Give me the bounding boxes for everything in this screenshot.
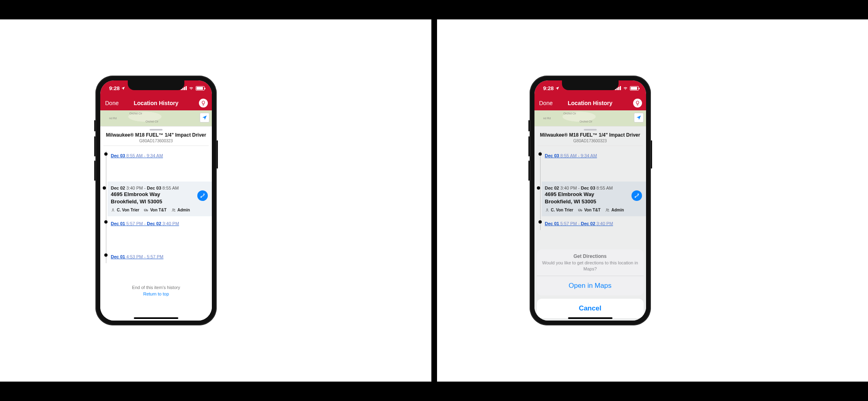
address-line-2: Brookfield, WI 53005 [111,198,208,205]
address-line-1: 4695 Elmbrook Way [111,191,208,198]
assignee-chip: C. Von Trier [111,208,139,212]
svg-rect-7 [579,209,581,211]
address-line-2: Brookfield, WI 53005 [545,198,642,205]
lightbulb-button[interactable] [633,99,642,108]
truck-icon [144,208,148,212]
svg-point-4 [173,209,174,210]
action-sheet-message: Would you like to get directions to this… [542,260,639,272]
end-text: End of this item's history [100,285,212,290]
wifi-icon [623,86,628,91]
svg-point-5 [174,209,175,210]
lightbulb-icon [635,100,640,106]
history-sheet: Milwaukee® M18 FUEL™ 1/4" Impact Driver … [534,127,646,321]
tool-serial: G80AD173600323 [100,139,212,143]
person-icon [111,208,115,212]
location-arrow-icon [202,115,207,120]
status-time: 9:28 [109,85,120,91]
home-indicator[interactable] [568,317,612,319]
action-sheet-header: Get Directions Would you like to get dir… [537,249,644,276]
action-sheet: Get Directions Would you like to get dir… [537,249,644,318]
svg-point-2 [145,211,145,211]
timeline-dot-icon [104,152,108,156]
map-preview[interactable]: Orchid Cir Orchid Cir nd Rd [534,110,646,127]
lightbulb-icon [201,100,206,106]
role-chip: Admin [605,208,624,212]
svg-point-3 [147,211,147,211]
end-of-history: End of this item's history Return to top [100,285,212,296]
timeline-dot-icon [103,186,106,190]
done-button[interactable]: Done [539,100,553,106]
map-label-1: Orchid Cir [564,112,577,115]
page-title: Location History [568,100,612,106]
divider-line [538,146,643,146]
route-icon [200,193,205,198]
wifi-icon [188,86,194,91]
location-arrow-icon [121,86,125,91]
address-line-1: 4695 Elmbrook Way [545,191,642,198]
timeline-entry[interactable]: Dec 01 5:57 PM - Dec 02 3:40 PM [543,216,646,230]
svg-point-11 [608,209,609,210]
map-label-2: Orchid Cir [580,120,593,123]
recenter-button[interactable] [634,113,644,122]
cancel-button[interactable]: Cancel [537,299,644,318]
phone-frame-left: 9:28 Done Location History [95,76,217,325]
timeline-range: Dec 02 3:40 PM - Dec 03 8:55 AM [545,186,642,190]
people-icon [171,208,176,212]
truck-icon [578,208,583,212]
status-time: 9:28 [543,85,554,91]
timeline-link: Dec 03 8:55 AM - 9:34 AM [545,153,597,158]
timeline-dot-icon [104,220,108,224]
tool-title: Milwaukee® M18 FUEL™ 1/4" Impact Driver [100,132,212,138]
phone-frame-right: 9:28 Done Location History [530,76,651,325]
recenter-button[interactable] [200,113,209,122]
page-title: Location History [134,100,178,106]
location-arrow-icon [555,86,560,91]
timeline-dot-icon [537,186,540,190]
sheet-grabber[interactable] [150,129,163,131]
open-in-maps-button[interactable]: Open in Maps [537,276,644,295]
letterbox-bottom [0,382,868,401]
division-chip: Von T&T [144,208,166,212]
svg-point-8 [579,211,579,211]
timeline-entry[interactable]: Dec 01 4:53 PM - 5:57 PM [109,249,212,263]
map-street: nd Rd [109,117,117,120]
map-street: nd Rd [543,117,551,120]
timeline-link: Dec 01 5:57 PM - Dec 02 3:40 PM [111,221,179,226]
map-label-1: Orchid Cir [129,112,142,115]
person-icon [545,208,549,212]
map-preview[interactable]: Orchid Cir Orchid Cir nd Rd [100,110,212,127]
notch [562,80,619,90]
return-to-top-link[interactable]: Return to top [100,291,212,296]
battery-icon [630,86,639,91]
timeline: Dec 03 8:55 AM - 9:34 AM Dec 02 3:40 PM … [100,148,212,263]
assignee-chip: C. Von Trier [545,208,573,212]
timeline-entry[interactable]: Dec 01 5:57 PM - Dec 02 3:40 PM [109,216,212,230]
directions-button[interactable] [197,190,208,201]
timeline-dot-icon [539,152,542,156]
timeline: Dec 03 8:55 AM - 9:34 AM Dec 02 3:40 PM … [534,148,646,230]
role-chip: Admin [171,208,190,212]
timeline-link: Dec 01 5:57 PM - Dec 02 3:40 PM [545,221,613,226]
timeline-entry-expanded: Dec 02 3:40 PM - Dec 03 8:55 AM 4695 Elm… [542,182,646,216]
timeline-entry[interactable]: Dec 03 8:55 AM - 9:34 AM [109,148,212,162]
route-icon [634,193,640,198]
lightbulb-button[interactable] [199,99,208,108]
svg-rect-1 [144,209,146,211]
map-label-2: Orchid Cir [146,120,158,123]
done-button[interactable]: Done [105,100,118,106]
sheet-grabber[interactable] [584,129,597,131]
people-icon [605,208,610,212]
timeline-dot-icon [104,253,108,257]
home-indicator[interactable] [134,317,178,319]
timeline-entry-expanded: Dec 02 3:40 PM - Dec 03 8:55 AM 4695 Elm… [108,182,212,216]
battery-icon [196,86,205,91]
location-arrow-icon [636,115,642,120]
directions-button[interactable] [631,190,642,201]
svg-point-10 [606,209,608,210]
action-sheet-title: Get Directions [542,253,639,259]
svg-point-9 [581,211,581,211]
tool-title: Milwaukee® M18 FUEL™ 1/4" Impact Driver [534,132,646,138]
timeline-entry[interactable]: Dec 03 8:55 AM - 9:34 AM [543,148,646,162]
history-sheet: Milwaukee® M18 FUEL™ 1/4" Impact Driver … [100,127,212,321]
division-chip: Von T&T [578,208,600,212]
